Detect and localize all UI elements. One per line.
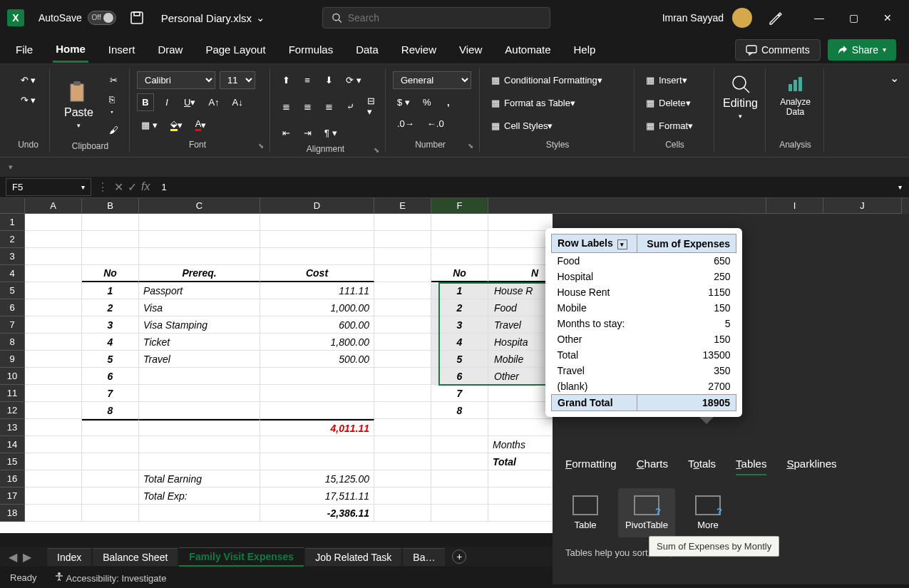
sheet-tab-ba[interactable]: Ba…: [403, 548, 445, 566]
delete-cells-button[interactable]: ▦ Delete ▾: [642, 94, 708, 111]
cell[interactable]: [374, 488, 431, 505]
cell[interactable]: 7: [82, 385, 139, 402]
cell[interactable]: [25, 368, 82, 385]
cell[interactable]: 15,125.00: [260, 470, 374, 488]
row-header[interactable]: 10: [0, 368, 25, 385]
cell[interactable]: [82, 231, 139, 248]
currency-button[interactable]: $ ▾: [393, 93, 414, 110]
cell[interactable]: [25, 470, 82, 488]
cell[interactable]: [374, 299, 431, 316]
cell[interactable]: [374, 419, 431, 436]
row-header[interactable]: 16: [0, 470, 25, 488]
cell[interactable]: 17,511.11: [260, 488, 374, 505]
cell[interactable]: [374, 402, 431, 419]
bold-button[interactable]: B: [137, 93, 154, 111]
cell[interactable]: Cost: [260, 265, 374, 282]
cell[interactable]: Travel: [139, 351, 260, 368]
sheet-tab-balance[interactable]: Balance Sheet: [93, 548, 178, 566]
number-format-select[interactable]: General: [393, 71, 471, 89]
autosave-toggle[interactable]: AutoSave Off: [38, 11, 116, 25]
cell[interactable]: [374, 334, 431, 351]
rtl-button[interactable]: ¶ ▾: [320, 124, 341, 141]
sheet-tab-family[interactable]: Family Visit Expenses: [179, 547, 304, 567]
row-header[interactable]: 7: [0, 316, 25, 334]
cell[interactable]: [374, 436, 431, 453]
cell[interactable]: [374, 385, 431, 402]
row-header[interactable]: 11: [0, 385, 25, 402]
cell[interactable]: 5: [431, 351, 488, 368]
cell[interactable]: [431, 505, 488, 522]
cell[interactable]: 2: [431, 299, 488, 316]
col-header-c[interactable]: C: [139, 198, 260, 214]
share-button[interactable]: Share ▾: [828, 39, 896, 61]
panel-item-more[interactable]: ? More: [688, 488, 728, 537]
row-header[interactable]: 4: [0, 265, 25, 282]
close-button[interactable]: ✕: [873, 7, 902, 29]
copy-button[interactable]: ⎘ ▾: [105, 91, 123, 118]
align-right-button[interactable]: ≣: [320, 98, 337, 115]
cell[interactable]: [431, 214, 488, 231]
sheet-tab-job[interactable]: Job Related Task: [305, 548, 401, 566]
cell[interactable]: [25, 505, 82, 522]
col-header-i[interactable]: I: [766, 198, 823, 214]
row-header[interactable]: 12: [0, 402, 25, 419]
cell[interactable]: [139, 231, 260, 248]
cell[interactable]: [25, 214, 82, 231]
cell[interactable]: [374, 368, 431, 385]
sheet-prev-button[interactable]: ◀: [9, 550, 17, 564]
tab-automate[interactable]: Automate: [502, 38, 553, 61]
cell[interactable]: [82, 214, 139, 231]
sheet-tab-index[interactable]: Index: [47, 548, 91, 566]
row-header[interactable]: 18: [0, 505, 25, 522]
filename[interactable]: Personal Diary.xlsx ⌄: [161, 11, 265, 24]
cell[interactable]: 1: [82, 282, 139, 299]
alignment-launcher[interactable]: ⬊: [374, 146, 379, 154]
panel-tab-sparklines[interactable]: Sparklines: [786, 458, 836, 475]
tab-home[interactable]: Home: [53, 37, 88, 63]
cell[interactable]: 3: [431, 316, 488, 334]
panel-item-table[interactable]: Table: [565, 488, 605, 537]
format-cells-button[interactable]: ▦ Format ▾: [642, 117, 708, 134]
row-header[interactable]: 15: [0, 453, 25, 470]
cell[interactable]: [25, 248, 82, 265]
redo-button[interactable]: ↷ ▾: [13, 91, 43, 108]
col-header-g[interactable]: [488, 198, 766, 214]
cell[interactable]: [82, 470, 139, 488]
row-header[interactable]: 6: [0, 299, 25, 316]
search-box[interactable]: [322, 7, 550, 29]
cell[interactable]: [260, 385, 374, 402]
tab-draw[interactable]: Draw: [155, 38, 185, 61]
cell[interactable]: [374, 248, 431, 265]
avatar[interactable]: [732, 8, 752, 28]
align-top-button[interactable]: ⬆: [277, 71, 294, 88]
row-header[interactable]: 5: [0, 282, 25, 299]
cell[interactable]: [374, 265, 431, 282]
minimize-button[interactable]: ―: [805, 7, 833, 29]
col-header-b[interactable]: B: [82, 198, 139, 214]
tab-file[interactable]: File: [13, 38, 36, 61]
col-header-e[interactable]: E: [374, 198, 431, 214]
cell[interactable]: [25, 436, 82, 453]
increase-decimal-button[interactable]: .0→: [393, 115, 418, 132]
cell[interactable]: 4: [82, 334, 139, 351]
cell[interactable]: [260, 214, 374, 231]
insert-cells-button[interactable]: ▦ Insert ▾: [642, 71, 708, 88]
cell[interactable]: [260, 436, 374, 453]
increase-font-button[interactable]: A↑: [204, 94, 223, 111]
cell[interactable]: [374, 453, 431, 470]
cell[interactable]: 1: [431, 282, 488, 299]
cell[interactable]: [374, 316, 431, 334]
underline-button[interactable]: U ▾: [180, 94, 200, 111]
panel-tab-tables[interactable]: Tables: [736, 458, 766, 475]
analyze-data-button[interactable]: Analyze Data: [773, 71, 818, 120]
cell[interactable]: [139, 436, 260, 453]
cell[interactable]: [25, 316, 82, 334]
format-as-table-button[interactable]: ▦ Format as Table ▾: [487, 94, 628, 111]
cell[interactable]: 500.00: [260, 351, 374, 368]
cell[interactable]: [374, 214, 431, 231]
tab-data[interactable]: Data: [353, 38, 381, 61]
cell[interactable]: [139, 453, 260, 470]
comma-button[interactable]: ,: [440, 93, 457, 110]
cell[interactable]: [260, 453, 374, 470]
cell[interactable]: 4: [431, 334, 488, 351]
